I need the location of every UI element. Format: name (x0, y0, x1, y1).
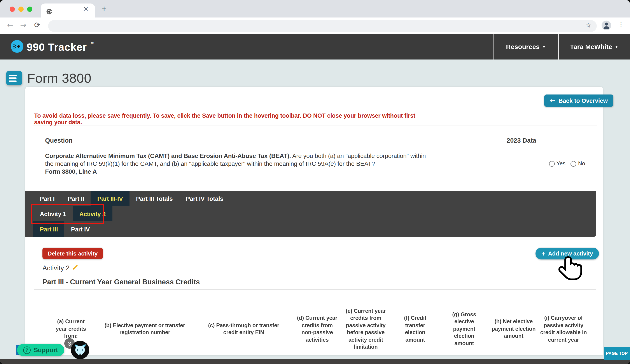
delete-activity-button[interactable]: Delete this activity (42, 248, 103, 259)
browser-menu-icon[interactable]: ⋮ (618, 20, 624, 28)
pointer-hand-cursor-icon (558, 254, 584, 285)
address-bar[interactable] (48, 20, 597, 32)
answer-radio-group: Yes No (549, 160, 585, 167)
activity-title-row: Activity 2 (42, 264, 79, 272)
support-label: Support (34, 346, 58, 354)
page-top-button[interactable]: PAGE TOP (604, 347, 630, 360)
nav-user-label: Tara McWhite (570, 43, 612, 50)
nav-user-menu[interactable]: Tara McWhite ▼ (558, 34, 630, 60)
part-tabs-row: Part I Part II Part III-IV Part III Tota… (26, 191, 596, 206)
back-icon[interactable]: ← (7, 20, 13, 29)
reload-icon[interactable]: ⟳ (34, 20, 40, 29)
menu-hamburger-button[interactable] (6, 71, 22, 85)
radio-yes-label: Yes (556, 160, 566, 167)
window-bottom-bar (0, 359, 630, 364)
table-top-divider (34, 289, 596, 290)
col-header-h: (h) Net elective payment election amount (490, 294, 537, 364)
question-bold-lead: Corporate Alternative Minimum Tax (CAMT)… (45, 152, 291, 159)
help-question-icon: ? (23, 346, 30, 354)
tab-part-4-totals[interactable]: Part IV Totals (179, 191, 230, 206)
back-arrow-icon: ← (550, 97, 556, 104)
chevron-down-icon: ▼ (615, 45, 618, 49)
brand-logo-icon (10, 40, 24, 55)
window-close-button[interactable] (10, 6, 15, 12)
col-header-d: (d) Current year credits from non-passiv… (296, 294, 338, 364)
chevron-down-icon: ▼ (542, 45, 546, 49)
radio-no-label: No (578, 160, 585, 167)
tab-part-3-totals[interactable]: Part III Totals (130, 191, 180, 206)
part-3-section-title: Part III - Current Year General Business… (42, 278, 200, 286)
col-header-g: (g) Gross elective payment election amou… (444, 294, 485, 364)
radio-yes[interactable]: Yes (549, 160, 566, 167)
radio-no-circle-icon[interactable] (571, 161, 576, 166)
col-header-e: (e) Current year credits from passive ac… (342, 294, 389, 364)
col-header-b: (b) Elective payment or transfer registr… (102, 294, 188, 364)
back-to-overview-button[interactable]: ← Back to Overview (544, 94, 614, 107)
window-zoom-button[interactable] (27, 6, 32, 12)
col-header-f: (f) Credit transfer election amount (396, 294, 435, 364)
question-column-header: Question (45, 137, 72, 144)
window-minimize-button[interactable] (18, 6, 24, 12)
data-column-header: 2023 Data (506, 137, 536, 144)
nav-resources-label: Resources (506, 43, 540, 50)
back-to-overview-label: Back to Overview (558, 97, 608, 104)
question-text: Corporate Alternative Minimum Tax (CAMT)… (45, 152, 434, 176)
col-header-c: (c) Pass-through or transfer credit enti… (200, 294, 287, 364)
chatbot-cat-avatar[interactable] (71, 341, 89, 359)
browser-window: × + ← → ⟳ ☆ ⋮ 990 Tracker ™ Resources ▼ (0, 0, 630, 364)
brand-logo[interactable]: 990 Tracker ™ (10, 40, 94, 55)
save-warning-text: To avoid data loss, please save frequent… (34, 112, 428, 126)
new-tab-button[interactable]: + (102, 4, 106, 14)
question-form-reference: Form 3800, Line A (45, 168, 434, 176)
activity-tabs-row: Activity 1 Activity 2 (26, 206, 596, 222)
profile-avatar[interactable] (602, 20, 611, 32)
support-button[interactable]: ? Support (17, 344, 64, 356)
page-title: Form 3800 (27, 71, 92, 86)
annotation-highlight-box (30, 204, 104, 224)
radio-yes-circle-icon[interactable] (549, 161, 555, 166)
trademark-symbol: ™ (90, 42, 94, 46)
radio-no[interactable]: No (571, 160, 585, 167)
sub-part-tabs-row: Part III Part IV (26, 222, 596, 237)
chrome-favicon-icon (46, 8, 52, 16)
col-header-i: (i) Carryover of passive activity credit… (539, 294, 588, 364)
edit-pencil-icon[interactable] (72, 264, 79, 272)
forward-icon[interactable]: → (20, 20, 26, 29)
bookmark-star-icon[interactable]: ☆ (586, 22, 591, 29)
plus-icon: + (542, 250, 546, 257)
section-divider (33, 126, 597, 126)
brand-name: 990 Tracker (27, 41, 87, 54)
tab-close-icon[interactable]: × (83, 5, 88, 13)
activity-title: Activity 2 (42, 264, 70, 272)
nav-resources[interactable]: Resources ▼ (494, 34, 558, 60)
